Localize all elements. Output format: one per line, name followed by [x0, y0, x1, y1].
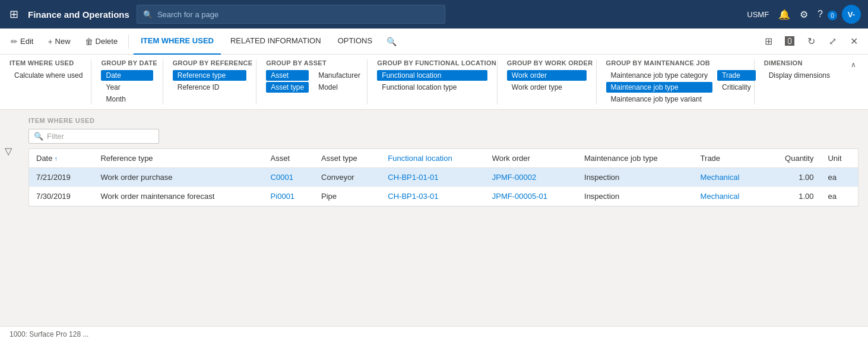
edit-icon: ✏ — [11, 37, 18, 46]
group-title-asset: GROUP BY ASSET — [266, 59, 357, 66]
filter-input[interactable]: 🔍 Filter — [28, 129, 159, 144]
group-title-item-where-used: ITEM WHERE USED — [9, 59, 81, 66]
collapse-panel-icon[interactable]: ∧ — [848, 59, 859, 70]
status-text: 1000: Surface Pro 128 ... — [9, 330, 88, 338]
new-button[interactable]: + New — [42, 33, 76, 50]
cell-work-order-1[interactable]: JPMF-00002 — [485, 168, 577, 187]
cell-reference-type-2: Work order maintenance forecast — [93, 187, 263, 206]
office-icon-btn[interactable]: 🅾 — [780, 32, 799, 51]
group-section-reference: GROUP BY REFERENCE Reference type Refere… — [173, 59, 256, 104]
group-item-maintenance-job-type-variant[interactable]: Maintenance job type variant — [606, 94, 712, 104]
content-area: ▽ ITEM WHERE USED 🔍 Filter Date — [5, 117, 859, 207]
group-item-maintenance-job-type-category[interactable]: Maintenance job type category — [606, 70, 712, 81]
group-item-asset-type[interactable]: Asset type — [266, 82, 309, 93]
group-item-date[interactable]: Date — [101, 70, 153, 81]
group-item-work-order-type[interactable]: Work order type — [507, 82, 587, 93]
grid-icon-btn[interactable]: ⊞ — [759, 32, 778, 51]
col-reference-type[interactable]: Reference type — [93, 149, 263, 168]
cell-quantity-2: 1.00 — [764, 187, 821, 206]
tab-item-where-used[interactable]: ITEM WHERE USED — [134, 28, 221, 55]
group-section-maintenance-job: GROUP BY MAINTENANCE JOB Maintenance job… — [606, 59, 755, 104]
tab-options[interactable]: OPTIONS — [331, 28, 380, 55]
group-items-maintenance-job: Maintenance job type category Trade Main… — [606, 70, 745, 104]
global-search[interactable]: 🔍 Search for a page — [137, 5, 445, 24]
group-panel: ITEM WHERE USED Calculate where used GRO… — [0, 55, 868, 110]
cell-date-2: 7/30/2019 — [29, 187, 93, 206]
avatar[interactable]: V- — [842, 5, 861, 24]
help-icon[interactable]: ? — [818, 9, 823, 20]
group-title-maintenance-job: GROUP BY MAINTENANCE JOB — [606, 59, 745, 66]
edit-label: Edit — [20, 37, 33, 46]
cell-asset-1[interactable]: C0001 — [264, 168, 314, 187]
new-icon: + — [47, 37, 52, 46]
group-item-criticality[interactable]: Criticality — [717, 82, 756, 93]
table-row[interactable]: 7/21/2019 Work order purchase C0001 Conv… — [29, 168, 858, 187]
notification-icon[interactable]: 🔔 — [778, 9, 790, 20]
cell-asset-type-2: Pipe — [314, 187, 381, 206]
table-row[interactable]: 7/30/2019 Work order maintenance forecas… — [29, 187, 858, 206]
cell-maintenance-job-type-1: Inspection — [577, 168, 693, 187]
group-item-reference-id[interactable]: Reference ID — [173, 82, 246, 93]
cell-functional-location-2[interactable]: CH-BP1-03-01 — [381, 187, 484, 206]
group-item-trade[interactable]: Trade — [717, 70, 756, 81]
group-title-dimension: DIMENSION — [764, 59, 829, 66]
group-item-functional-location[interactable]: Functional location — [377, 70, 487, 81]
group-items-asset: Asset Manufacturer Asset type Model — [266, 70, 357, 93]
group-items-reference: Reference type Reference ID — [173, 70, 246, 93]
search-icon: 🔍 — [143, 10, 153, 19]
data-table: Date Reference type Asset Asset type Fun… — [28, 148, 859, 207]
filter-side-icon[interactable]: ▽ — [5, 146, 12, 156]
filter-icon: 🔍 — [34, 132, 43, 141]
group-item-maintenance-job-type[interactable]: Maintenance job type — [606, 82, 712, 93]
group-item-month[interactable]: Month — [101, 94, 153, 104]
delete-icon: 🗑 — [85, 37, 93, 46]
top-nav-right: USMF 🔔 ⚙ ? 0 V- — [747, 5, 861, 24]
settings-icon[interactable]: ⚙ — [800, 9, 808, 20]
group-items-dimension: Display dimensions — [764, 70, 829, 81]
col-maintenance-job-type[interactable]: Maintenance job type — [577, 149, 693, 168]
group-title-date: GROUP BY DATE — [101, 59, 153, 66]
group-items-functional-location: Functional location Functional location … — [377, 70, 487, 93]
group-item-work-order[interactable]: Work order — [507, 70, 587, 81]
edit-button[interactable]: ✏ Edit — [5, 33, 39, 50]
group-section-item-where-used: ITEM WHERE USED Calculate where used — [9, 59, 91, 104]
group-item-manufacturer[interactable]: Manufacturer — [313, 70, 365, 81]
cell-asset-2[interactable]: Pi0001 — [264, 187, 314, 206]
main-content: ▽ ITEM WHERE USED 🔍 Filter Date — [0, 110, 868, 342]
delete-label: Delete — [96, 37, 118, 46]
group-item-functional-location-type[interactable]: Functional location type — [377, 82, 487, 93]
refresh-icon-btn[interactable]: ↻ — [802, 32, 821, 51]
cell-trade-2[interactable]: Mechanical — [693, 187, 764, 206]
ribbon-right: ⊞ 🅾 ↻ ⤢ ✕ — [759, 32, 863, 51]
cell-unit-1: ea — [821, 168, 858, 187]
col-unit[interactable]: Unit — [821, 149, 858, 168]
cell-trade-1[interactable]: Mechanical — [693, 168, 764, 187]
group-title-functional-location: GROUP BY FUNCTIONAL LOCATION — [377, 59, 487, 66]
apps-icon[interactable]: ⊞ — [7, 5, 21, 23]
group-section-dimension: DIMENSION Display dimensions — [764, 59, 839, 104]
cell-functional-location-1[interactable]: CH-BP1-01-01 — [381, 168, 484, 187]
app-title: Finance and Operations — [28, 10, 129, 20]
close-icon-btn[interactable]: ✕ — [844, 32, 863, 51]
col-work-order[interactable]: Work order — [485, 149, 577, 168]
col-functional-location[interactable]: Functional location — [381, 149, 484, 168]
group-item-display-dimensions[interactable]: Display dimensions — [764, 70, 829, 81]
cell-maintenance-job-type-2: Inspection — [577, 187, 693, 206]
col-trade[interactable]: Trade — [693, 149, 764, 168]
group-item-asset[interactable]: Asset — [266, 70, 309, 81]
delete-button[interactable]: 🗑 Delete — [79, 33, 124, 50]
group-item-model[interactable]: Model — [313, 82, 365, 93]
col-asset[interactable]: Asset — [264, 149, 314, 168]
ribbon-search-icon[interactable]: 🔍 — [387, 37, 397, 46]
expand-icon-btn[interactable]: ⤢ — [823, 32, 842, 51]
group-item-calculate[interactable]: Calculate where used — [9, 70, 81, 81]
group-section-asset: GROUP BY ASSET Asset Manufacturer Asset … — [266, 59, 368, 104]
cell-work-order-2[interactable]: JPMF-00005-01 — [485, 187, 577, 206]
tab-related-information[interactable]: RELATED INFORMATION — [223, 28, 328, 55]
col-date[interactable]: Date — [29, 149, 93, 168]
col-quantity[interactable]: Quantity — [764, 149, 821, 168]
group-item-reference-type[interactable]: Reference type — [173, 70, 246, 81]
group-item-year[interactable]: Year — [101, 82, 153, 93]
status-bar: 1000: Surface Pro 128 ... — [0, 326, 868, 342]
col-asset-type[interactable]: Asset type — [314, 149, 381, 168]
